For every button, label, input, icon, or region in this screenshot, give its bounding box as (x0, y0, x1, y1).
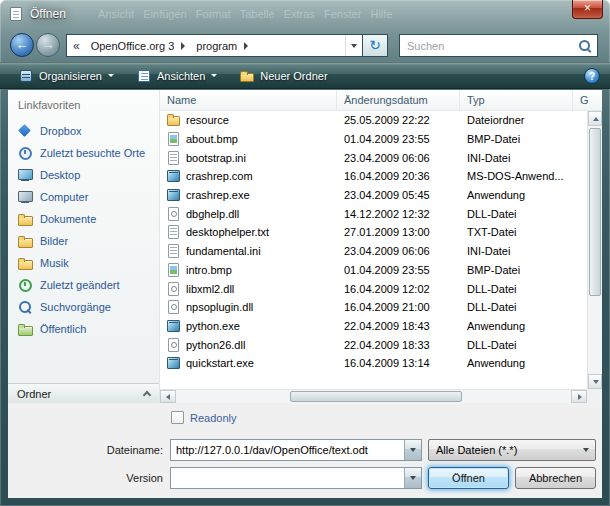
window-title: Öffnen (30, 7, 66, 21)
file-row[interactable]: intro.bmp 01.04.2009 23:55 BMP-Datei (160, 261, 587, 280)
sidebar-item[interactable]: Suchvorgänge (8, 296, 159, 318)
file-type: Anwendung (460, 357, 573, 369)
navigation-pane: Linkfavoriten Dropbox Zuletzt besuchte O… (8, 90, 160, 403)
readonly-checkbox[interactable] (171, 411, 184, 424)
file-row[interactable]: fundamental.ini 23.04.2009 06:06 INI-Dat… (160, 242, 587, 261)
sidebar-item[interactable]: Dokumente (8, 208, 159, 230)
file-date: 16.04.2009 21:00 (337, 301, 460, 313)
sidebar-item[interactable]: Dropbox (8, 120, 159, 142)
file-name: crashrep.com (186, 170, 253, 182)
column-header-size[interactable]: G (573, 90, 602, 110)
scroll-right-button[interactable] (571, 390, 587, 403)
readonly-option[interactable]: Readonly (171, 411, 236, 424)
file-row[interactable]: resource 25.05.2009 22:22 Dateiordner (160, 111, 587, 130)
breadcrumb-segment[interactable]: OpenOffice.org 3 (86, 35, 192, 56)
horizontal-scrollbar[interactable] (160, 389, 587, 403)
search-input[interactable]: Suchen (399, 34, 598, 57)
readonly-label: Readonly (190, 412, 236, 424)
filename-value[interactable]: http://127.0.0.1/dav/OpenOffice/text.odt (171, 444, 404, 456)
breadcrumb-dropdown-button[interactable] (345, 35, 362, 56)
toolbar-button[interactable]: Ansichten (128, 66, 225, 86)
breadcrumb-segment-label: program (196, 40, 237, 52)
file-name: bootstrap.ini (186, 152, 246, 164)
title-bar[interactable]: Öffnen Ansicht Einfügen Format Tabelle E… (0, 0, 610, 28)
folder-icon (167, 113, 180, 127)
sidebar-item[interactable]: Zuletzt besuchte Orte (8, 142, 159, 164)
breadcrumb-overflow-chevron[interactable]: « (67, 35, 86, 56)
file-row[interactable]: bootstrap.ini 23.04.2009 06:06 INI-Datei (160, 148, 587, 167)
search-icon[interactable] (577, 38, 593, 54)
horizontal-scroll-thumb[interactable] (290, 391, 462, 402)
file-row[interactable]: python.exe 22.04.2009 18:43 Anwendung (160, 317, 587, 336)
folders-expander[interactable]: Ordner (8, 383, 159, 403)
column-header-type[interactable]: Typ (460, 90, 573, 110)
file-type: BMP-Datei (460, 133, 573, 145)
file-row[interactable]: about.bmp 01.04.2009 23:55 BMP-Datei (160, 130, 587, 149)
file-row[interactable]: dbghelp.dll 14.12.2002 12:32 DLL-Datei (160, 204, 587, 223)
dialog-form: Readonly Dateiname: http://127.0.0.1/dav… (8, 403, 602, 498)
file-row[interactable]: desktophelper.txt 27.01.2009 13:00 TXT-D… (160, 223, 587, 242)
back-button[interactable]: ← (10, 33, 34, 57)
file-date: 22.04.2009 18:43 (337, 320, 460, 332)
filename-dropdown-button[interactable] (404, 440, 421, 460)
close-button[interactable]: × (572, 0, 603, 19)
version-combobox[interactable] (170, 467, 422, 489)
cancel-button[interactable]: Abbrechen (515, 467, 596, 489)
sidebar-item[interactable]: Musik (8, 252, 159, 274)
file-row[interactable]: npsoplugin.dll 16.04.2009 21:00 DLL-Date… (160, 298, 587, 317)
sidebar-item[interactable]: Desktop (8, 164, 159, 186)
sidebar-item[interactable]: Bilder (8, 230, 159, 252)
column-header-date[interactable]: Änderungsdatum (337, 90, 460, 110)
forward-button[interactable]: → (36, 33, 60, 57)
toolbar-button[interactable]: Organisieren (10, 66, 122, 86)
vertical-scroll-thumb[interactable] (589, 128, 601, 296)
version-dropdown-button[interactable] (404, 468, 421, 488)
sidebar-item[interactable]: Zuletzt geändert (8, 274, 159, 296)
help-icon[interactable]: ? (584, 68, 600, 84)
ini-icon (167, 244, 180, 258)
sidebar-item-label: Zuletzt besuchte Orte (40, 147, 145, 159)
file-name: python.exe (186, 320, 240, 332)
filename-label: Dateiname: (8, 444, 163, 456)
file-type: DLL-Datei (460, 283, 573, 295)
toolbar-button[interactable]: Neuer Ordner (231, 66, 335, 86)
refresh-button[interactable]: ↻ (362, 34, 388, 57)
scroll-down-button[interactable] (588, 374, 602, 389)
scroll-left-button[interactable] (160, 390, 176, 403)
breadcrumb-separator-icon[interactable] (244, 42, 248, 50)
search-placeholder: Suchen (400, 40, 577, 52)
toolbar-button-label: Neuer Ordner (260, 70, 327, 82)
file-row[interactable]: quickstart.exe 16.04.2009 13:14 Anwendun… (160, 354, 587, 373)
breadcrumb-separator-icon[interactable] (181, 42, 185, 50)
dropbox-icon (17, 123, 33, 139)
sidebar-item-label: Bilder (40, 235, 68, 247)
chevron-down-icon (410, 476, 416, 480)
scroll-up-button[interactable] (588, 111, 602, 126)
sidebar-item[interactable]: Computer (8, 186, 159, 208)
app-icon (167, 169, 180, 183)
file-type: INI-Datei (460, 152, 573, 164)
file-type: TXT-Datei (460, 226, 573, 238)
column-header-name[interactable]: Name (160, 90, 337, 110)
file-row[interactable]: crashrep.exe 23.04.2009 05:45 Anwendung (160, 186, 587, 205)
file-type: BMP-Datei (460, 264, 573, 276)
file-date: 23.04.2009 05:45 (337, 189, 460, 201)
dialog-client-area: Linkfavoriten Dropbox Zuletzt besuchte O… (8, 90, 602, 498)
window-icon (10, 7, 22, 21)
app-icon (167, 319, 180, 333)
vertical-scrollbar[interactable] (587, 111, 602, 389)
sidebar-item[interactable]: Öffentlich (8, 318, 159, 340)
file-row[interactable]: crashrep.com 16.04.2009 20:36 MS-DOS-Anw… (160, 167, 587, 186)
breadcrumb-segment[interactable]: program (191, 35, 254, 56)
file-row[interactable]: libxml2.dll 16.04.2009 12:02 DLL-Datei (160, 279, 587, 298)
breadcrumb[interactable]: « OpenOffice.org 3 program (66, 34, 363, 57)
file-row[interactable]: python26.dll 22.04.2009 18:33 DLL-Datei (160, 335, 587, 354)
chevron-down-icon (410, 448, 416, 452)
sidebar-item-label: Suchvorgänge (40, 301, 111, 313)
favorites-list: Dropbox Zuletzt besuchte Orte Desktop (8, 113, 159, 340)
open-button[interactable]: Öffnen (428, 467, 509, 489)
filename-combobox[interactable]: http://127.0.0.1/dav/OpenOffice/text.odt (170, 439, 422, 461)
file-type: Dateiordner (460, 114, 573, 126)
image-icon (167, 263, 180, 277)
filetype-dropdown[interactable]: Alle Dateien (*.*) (428, 439, 596, 461)
